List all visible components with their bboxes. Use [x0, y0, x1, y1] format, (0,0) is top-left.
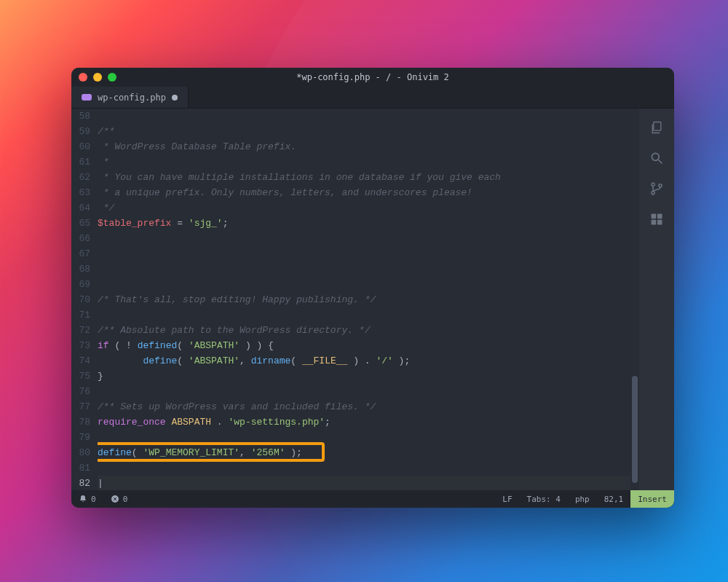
line-number: 75 [71, 369, 90, 384]
status-bar: 0 0 LF Tabs: 4 php 82,1 Insert [71, 490, 674, 508]
line-number: 78 [71, 414, 90, 430]
line-number: 81 [71, 460, 90, 476]
minimize-window-button[interactable] [93, 73, 102, 82]
code-line[interactable]: /** Absolute path to the WordPress direc… [98, 323, 630, 338]
code-line[interactable] [98, 231, 630, 246]
error-count: 0 [123, 495, 128, 504]
line-number: 71 [71, 307, 90, 323]
svg-rect-9 [657, 220, 662, 225]
window-title: *wp-config.php - / - Onivim 2 [296, 72, 449, 82]
notifications-button[interactable]: 0 [71, 490, 103, 508]
code-line[interactable] [98, 109, 630, 124]
code-line[interactable]: * [98, 154, 630, 170]
line-number: 61 [71, 154, 90, 170]
svg-line-2 [659, 160, 662, 164]
code-line[interactable]: } [98, 369, 630, 384]
code-line[interactable] [98, 460, 630, 476]
files-icon[interactable] [649, 120, 664, 135]
svg-point-3 [652, 183, 654, 186]
code-line[interactable] [98, 430, 630, 445]
line-number: 70 [71, 292, 90, 307]
line-number: 77 [71, 399, 90, 414]
line-number: 62 [71, 170, 90, 185]
tab-label: wp-config.php [98, 93, 166, 103]
code-line[interactable] [98, 384, 630, 399]
svg-point-4 [652, 192, 654, 194]
editor-window: *wp-config.php - / - Onivim 2 wp-config.… [71, 68, 674, 508]
svg-rect-7 [657, 214, 662, 219]
code-line[interactable]: * You can have multiple installations in… [98, 170, 630, 185]
code-line[interactable]: $table_prefix = 'sjg_'; [98, 216, 630, 231]
line-number: 60 [71, 139, 90, 154]
line-number: 63 [71, 185, 90, 200]
code-editor[interactable]: 5859606162636465666768697071727374757677… [71, 109, 639, 490]
line-number-gutter: 5859606162636465666768697071727374757677… [71, 109, 98, 490]
problems-button[interactable]: 0 [103, 490, 135, 508]
code-line[interactable]: * a unique prefix. Only numbers, letters… [98, 185, 630, 200]
code-line[interactable]: /** Sets up WordPress vars and included … [98, 399, 630, 414]
line-number: 67 [71, 246, 90, 261]
code-line[interactable]: */ [98, 200, 630, 216]
code-area[interactable]: /** * WordPress Database Table prefix. *… [98, 109, 630, 490]
line-number: 64 [71, 200, 90, 216]
code-line[interactable]: if ( ! defined( 'ABSPATH' ) ) { [98, 338, 630, 353]
line-number: 80 [71, 445, 90, 460]
code-line[interactable] [98, 277, 630, 292]
code-line[interactable]: /* That's all, stop editing! Happy publi… [98, 292, 630, 307]
activity-bar [639, 109, 674, 490]
svg-rect-8 [652, 220, 657, 225]
line-number: 58 [71, 109, 90, 124]
code-line[interactable]: define( 'ABSPATH', dirname( __FILE__ ) .… [98, 353, 630, 369]
indentation-button[interactable]: Tabs: 4 [520, 490, 568, 508]
line-number: 68 [71, 261, 90, 277]
fullscreen-window-button[interactable] [108, 73, 116, 82]
traffic-lights [79, 73, 116, 82]
close-window-button[interactable] [79, 73, 87, 82]
scrollbar-thumb[interactable] [632, 376, 638, 483]
bell-icon [79, 495, 87, 503]
svg-rect-6 [652, 214, 657, 219]
cursor-position[interactable]: 82,1 [597, 490, 631, 508]
git-branch-icon[interactable] [649, 181, 664, 196]
vertical-scrollbar[interactable] [630, 109, 639, 490]
line-number: 65 [71, 216, 90, 231]
titlebar[interactable]: *wp-config.php - / - Onivim 2 [71, 68, 674, 87]
line-number: 76 [71, 384, 90, 399]
editor-body: 5859606162636465666768697071727374757677… [71, 109, 674, 490]
line-number: 66 [71, 231, 90, 246]
line-ending-button[interactable]: LF [495, 490, 519, 508]
php-file-icon [82, 94, 92, 101]
language-mode-button[interactable]: php [568, 490, 597, 508]
line-number: 59 [71, 124, 90, 139]
line-number: 79 [71, 430, 90, 445]
code-line[interactable]: * WordPress Database Table prefix. [98, 139, 630, 154]
error-icon [111, 495, 119, 503]
search-icon[interactable] [649, 151, 664, 165]
line-number: 72 [71, 323, 90, 338]
extensions-icon[interactable] [649, 212, 664, 227]
line-number: 73 [71, 338, 90, 353]
line-number: 74 [71, 353, 90, 369]
code-line[interactable]: define( 'WP_MEMORY_LIMIT', '256M' ); [98, 445, 630, 460]
notification-count: 0 [91, 495, 96, 504]
modified-indicator-icon [172, 95, 178, 101]
code-line[interactable]: /** [98, 124, 630, 139]
code-line[interactable] [98, 307, 630, 323]
code-line[interactable] [98, 246, 630, 261]
svg-point-1 [652, 153, 659, 160]
svg-point-5 [659, 184, 662, 187]
code-line[interactable]: require_once ABSPATH . 'wp-settings.php'… [98, 414, 630, 430]
line-number: 69 [71, 277, 90, 292]
code-line[interactable] [98, 261, 630, 277]
line-number: 82 [71, 476, 90, 490]
vim-mode-indicator: Insert [630, 490, 674, 508]
tab-wp-config[interactable]: wp-config.php [71, 87, 189, 108]
svg-rect-0 [654, 122, 661, 131]
tab-bar: wp-config.php [71, 87, 674, 109]
